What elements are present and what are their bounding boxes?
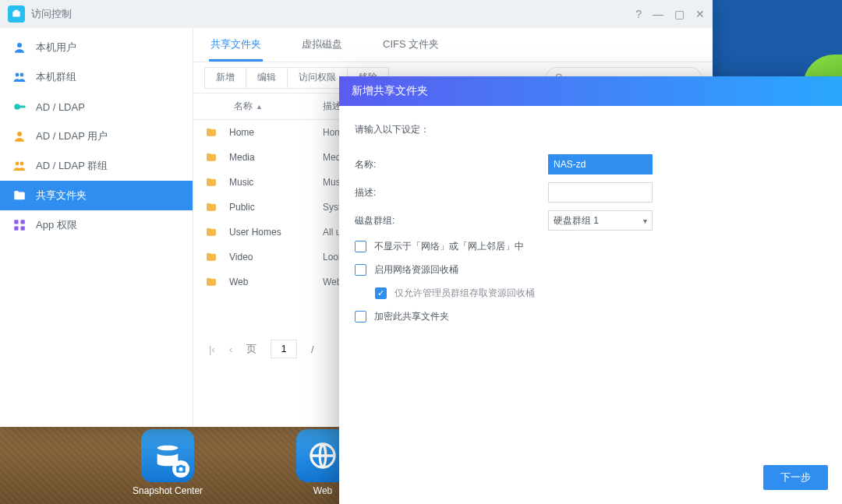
sidebar-item-4[interactable]: AD / LDAP 群组 [0,151,193,181]
desc-input[interactable] [548,182,653,203]
check-encrypt[interactable]: 加密此共享文件夹 [355,305,826,328]
snapshot-icon [141,429,194,482]
window-controls: ? — ▢ ✕ [635,8,705,20]
group-icon [12,70,27,84]
camera-badge-icon [172,460,189,478]
sidebar-item-label: 本机群组 [36,70,76,84]
svg-rect-2 [15,10,19,12]
dock-label: Web [313,485,332,496]
close-button[interactable]: ✕ [695,8,705,20]
window-title: 访问控制 [31,7,72,21]
sidebar-item-6[interactable]: App 权限 [0,210,193,240]
folder-icon [193,151,229,164]
row-name: Video [229,252,323,263]
apps-icon [12,218,27,232]
tab-2[interactable]: CIFS 文件夹 [381,37,440,62]
user-icon [12,41,27,55]
desc-label: 描述: [355,186,548,199]
svg-point-5 [20,73,24,77]
sidebar-item-1[interactable]: 本机群组 [0,62,193,92]
group-label: 磁盘群组: [355,214,548,227]
page-input[interactable] [271,340,297,358]
pagination: |‹ ‹ 页 / [209,333,314,365]
check-hide-network[interactable]: 不显示于「网络」或「网上邻居」中 [355,234,826,258]
folder-icon [193,276,229,288]
tabs: 共享文件夹虚拟磁盘CIFS 文件夹 [193,28,713,62]
folder-icon [193,126,229,139]
group-icon [12,159,27,173]
modal-body: 请输入以下设定： 名称: 描述: 磁盘群组: 硬盘群组 1 ▾ 不显示于「网络」… [339,106,842,454]
dock-item-snapshot[interactable]: Snapshot Center [133,429,203,496]
app-icon [8,5,25,23]
help-button[interactable]: ? [635,8,642,20]
page-sep: / [311,344,314,355]
svg-rect-11 [14,220,18,224]
user-icon [12,129,27,143]
row-name: Home [229,127,323,138]
modal-footer: 下一步 [339,454,842,504]
check-recycle[interactable]: 启用网络资源回收桶 [355,258,826,281]
sidebar-item-label: App 权限 [36,218,77,232]
key-icon [12,100,27,114]
sidebar-item-label: 共享文件夹 [36,189,87,203]
page-prev[interactable]: ‹ [229,344,232,355]
checkbox-checked[interactable] [375,287,387,299]
modal-title[interactable]: 新增共享文件夹 [339,76,842,106]
group-value: 硬盘群组 1 [554,214,599,227]
sort-asc-icon: ▲ [256,103,263,111]
svg-point-8 [17,132,22,136]
page-first[interactable]: |‹ [209,344,215,355]
next-button[interactable]: 下一步 [763,465,828,490]
row-name: Public [229,202,323,213]
svg-rect-14 [21,227,25,231]
row-name: User Homes [229,227,323,238]
svg-rect-7 [19,106,26,108]
new-shared-folder-modal: 新增共享文件夹 请输入以下设定： 名称: 描述: 磁盘群组: 硬盘群组 1 ▾ … [339,76,842,504]
check-recycle-admin[interactable]: 仅允许管理员群组存取资源回收桶 [355,281,826,305]
minimize-button[interactable]: — [653,8,663,20]
svg-point-3 [17,43,22,48]
group-select[interactable]: 硬盘群组 1 ▾ [548,210,653,231]
sidebar-item-5[interactable]: 共享文件夹 [0,181,193,210]
name-label: 名称: [355,158,548,171]
add-button[interactable]: 新增 [204,67,246,89]
sidebar-item-label: 本机用户 [36,41,76,55]
dock-label: Snapshot Center [133,485,203,496]
svg-point-4 [16,73,19,77]
sidebar-item-label: AD / LDAP 用户 [36,129,108,143]
row-name: Media [229,152,323,163]
maximize-button[interactable]: ▢ [674,8,685,20]
chevron-down-icon: ▾ [643,217,647,225]
svg-rect-13 [14,227,18,231]
svg-rect-12 [21,220,25,224]
titlebar[interactable]: 访问控制 ? — ▢ ✕ [0,0,713,28]
folder-icon [12,189,27,203]
sidebar-item-3[interactable]: AD / LDAP 用户 [0,122,193,151]
svg-point-6 [14,104,20,110]
sidebar-item-label: AD / LDAP [36,101,85,113]
page-label: 页 [246,342,256,356]
sidebar-item-0[interactable]: 本机用户 [0,33,193,62]
checkbox[interactable] [355,264,366,276]
name-input[interactable] [548,154,653,174]
sidebar-item-label: AD / LDAP 群组 [36,159,108,173]
dock: Snapshot Center Web [133,429,349,496]
sidebar: 本机用户本机群组AD / LDAPAD / LDAP 用户AD / LDAP 群… [0,28,193,427]
folder-icon [193,201,229,213]
folder-icon [193,226,229,238]
col-name[interactable]: 名称▲ [229,100,323,113]
sidebar-item-2[interactable]: AD / LDAP [0,92,193,122]
svg-rect-1 [12,12,19,17]
row-name: Music [229,177,323,188]
folder-icon [193,176,229,189]
row-name: Web [229,277,323,287]
edit-button[interactable]: 编辑 [246,67,288,89]
svg-point-9 [16,162,19,166]
checkbox[interactable] [355,311,366,322]
modal-intro: 请输入以下设定： [355,123,826,136]
tab-0[interactable]: 共享文件夹 [209,37,263,62]
folder-icon [193,251,229,263]
tab-1[interactable]: 虚拟磁盘 [300,37,344,62]
checkbox[interactable] [355,241,366,252]
svg-point-10 [20,162,24,166]
